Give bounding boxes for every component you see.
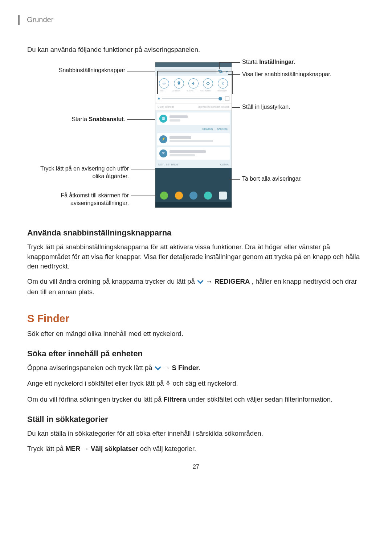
heading-search-device: Söka efter innehåll på enheten — [27, 348, 365, 360]
sfinder-step1: Öppna aviseringspanelen och tryck lätt p… — [27, 363, 365, 374]
page-number: 27 — [27, 463, 365, 471]
sfinder-step2: Ange ett nyckelord i sökfältet eller try… — [27, 379, 365, 389]
chevron-down-icon — [197, 278, 204, 287]
usb-icon: Ψ — [159, 149, 167, 157]
callout-start-settings: Starta Inställningar. — [242, 58, 295, 66]
notification-panel-figure: Wi-FiLocationSoundAuto rotateBluetooth ✱… — [27, 62, 365, 218]
sfinder-intro: Sök efter en mängd olika innehåll med et… — [27, 329, 365, 339]
section-name: Grunder — [27, 15, 53, 25]
heading-use-quick-settings: Använda snabbinställningsknapparna — [27, 227, 365, 239]
cat-p1: Du kan ställa in sökkategorier för att s… — [27, 429, 365, 439]
header-divider — [18, 15, 20, 25]
heading-set-categories: Ställ in sökkategorier — [27, 414, 365, 425]
intro-text: Du kan använda följande funktioner på av… — [27, 45, 365, 55]
bolt-icon: ⚡ — [159, 135, 167, 143]
page-header: Grunder — [18, 15, 365, 25]
heading-s-finder: S Finder — [27, 311, 365, 326]
callout-notif-settings: Få åtkomst till skärmen för aviseringsin… — [27, 192, 129, 207]
callout-brightness: Ställ in ljusstyrkan. — [242, 103, 290, 111]
callout-clear-notif: Ta bort alla aviseringar. — [242, 175, 302, 183]
chevron-down-icon — [154, 364, 162, 374]
svg-rect-1 — [168, 381, 169, 383]
use-qs-p1: Tryck lätt på snabbinställningsknapparna… — [27, 242, 365, 271]
callout-quick-settings-buttons: Snabbinställningsknappar — [27, 67, 125, 74]
callout-quick-connect: Starta Snabbanslut. — [27, 116, 125, 123]
use-qs-p2: Om du vill ändra ordning på knapparna tr… — [27, 277, 365, 297]
microphone-icon — [166, 379, 171, 389]
sfinder-step3: Om du vill förfina sökningen trycker du … — [27, 395, 365, 405]
callout-more-qs: Visa fler snabbinställningsknappar. — [242, 71, 336, 78]
callout-tap-notification: Tryck lätt på en avisering och utför oli… — [27, 165, 129, 180]
calendar-icon: ▦ — [159, 115, 167, 123]
cat-p2: Tryck lätt på MER → Välj sökplatser och … — [27, 444, 365, 454]
brightness-icon: ✱ — [158, 97, 160, 101]
